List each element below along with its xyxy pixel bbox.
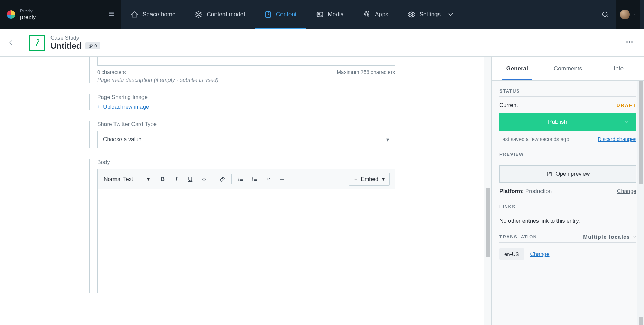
- rte-quote-button[interactable]: [262, 173, 275, 185]
- rte-code-button[interactable]: [198, 173, 210, 185]
- links-heading: LINKS: [499, 204, 636, 212]
- svg-point-12: [239, 178, 239, 178]
- rte-hr-button[interactable]: [276, 173, 288, 185]
- publish-button[interactable]: Publish: [499, 113, 616, 131]
- more-horizontal-icon: [625, 37, 634, 47]
- rte-editor-area[interactable]: [98, 189, 395, 293]
- nav-content-model[interactable]: Content model: [185, 0, 255, 29]
- svg-rect-4: [317, 12, 323, 17]
- space-name: prezly: [20, 14, 36, 21]
- nav-space-home[interactable]: Space home: [121, 0, 185, 29]
- char-count: 0 characters: [97, 69, 126, 75]
- field-sharing-image: Page Sharing Image + Upload new image: [89, 94, 395, 110]
- translation-heading: TRANSLATION Multiple locales: [499, 234, 636, 243]
- char-max: Maximum 256 characters: [337, 69, 395, 75]
- svg-point-13: [239, 179, 239, 180]
- more-actions-button[interactable]: [622, 35, 637, 51]
- nav-label: Content: [276, 11, 297, 18]
- editor-column: 0 characters Maximum 256 characters Page…: [0, 57, 492, 325]
- locale-change-link[interactable]: Change: [530, 251, 550, 257]
- nav-settings[interactable]: Settings: [398, 0, 464, 29]
- chevron-down-icon: [447, 11, 454, 18]
- caret-down-icon: ▾: [386, 136, 389, 143]
- rte-ol-button[interactable]: 123: [248, 173, 261, 185]
- back-button[interactable]: [0, 29, 21, 56]
- meta-description-input[interactable]: [97, 57, 395, 66]
- nav-apps[interactable]: Apps: [353, 0, 398, 29]
- svg-point-9: [626, 41, 628, 42]
- chevron-left-icon: [7, 39, 15, 47]
- rte-heading-select[interactable]: Normal Text ▾: [102, 173, 155, 185]
- plus-icon: +: [97, 104, 100, 110]
- caret-down-icon: [633, 235, 636, 239]
- brand-block[interactable]: Prezly prezly: [0, 0, 121, 29]
- nav-label: Media: [328, 11, 344, 18]
- separator: [231, 174, 232, 184]
- user-menu[interactable]: [616, 0, 640, 29]
- entry-title: Untitled: [50, 41, 81, 51]
- upload-image-link[interactable]: + Upload new image: [97, 104, 149, 110]
- field-label: Page Sharing Image: [97, 94, 395, 101]
- top-navbar: Prezly prezly Space home Content model C…: [0, 0, 644, 29]
- field-help: Page meta description (if empty - subtit…: [97, 77, 395, 83]
- org-name: Prezly: [20, 8, 36, 14]
- entry-type-icon: [29, 35, 45, 51]
- hamburger-icon[interactable]: [108, 10, 115, 19]
- last-saved-text: Last saved a few seconds ago: [499, 136, 569, 142]
- field-label: Share Twitter Card Type: [97, 121, 395, 127]
- field-twitter-card: Share Twitter Card Type Choose a value ▾: [89, 121, 395, 148]
- field-meta-description: 0 characters Maximum 256 characters Page…: [89, 57, 395, 83]
- nav-label: Apps: [375, 11, 388, 18]
- nav-content[interactable]: Content: [255, 0, 306, 29]
- rte-link-button[interactable]: [216, 173, 229, 185]
- tab-comments[interactable]: Comments: [543, 57, 594, 80]
- publish-dropdown[interactable]: [616, 113, 636, 131]
- status-current-label: Current: [499, 102, 518, 108]
- quote-icon: [265, 176, 272, 182]
- svg-text:3: 3: [252, 180, 253, 181]
- translation-heading-label: TRANSLATION: [499, 234, 537, 239]
- upload-label: Upload new image: [103, 104, 149, 110]
- editor-scrollbar[interactable]: [484, 57, 491, 325]
- caret-down-icon: ▾: [147, 176, 150, 182]
- tab-info[interactable]: Info: [593, 57, 644, 80]
- discard-changes-link[interactable]: Discard changes: [598, 136, 636, 142]
- search-icon: [601, 11, 609, 18]
- locale-pill: en-US: [499, 248, 524, 260]
- preview-heading: PREVIEW: [499, 152, 636, 160]
- scrollbar-thumb[interactable]: [486, 188, 490, 257]
- list-ol-icon: 123: [251, 176, 258, 182]
- rte-embed-button[interactable]: + Embed ▾: [349, 173, 390, 186]
- sidebar: General Comments Info STATUS Current DRA…: [492, 57, 644, 325]
- rte-bold-button[interactable]: B: [156, 173, 169, 185]
- caret-down-icon: [624, 120, 628, 124]
- code-icon: [201, 176, 207, 182]
- references-count: 0: [94, 43, 97, 48]
- sidebar-tabs: General Comments Info: [492, 57, 644, 81]
- references-pill[interactable]: 0: [85, 42, 100, 49]
- rte-toolbar: Normal Text ▾ B I U: [98, 169, 395, 189]
- svg-point-6: [411, 13, 413, 16]
- avatar: [620, 10, 630, 19]
- context-bar: Case Study Untitled 0: [0, 29, 644, 57]
- links-empty-text: No other entries link to this entry.: [499, 218, 636, 224]
- svg-point-5: [318, 13, 320, 15]
- nav-media[interactable]: Media: [306, 0, 353, 29]
- open-preview-button[interactable]: Open preview: [499, 165, 636, 183]
- status-heading: STATUS: [499, 88, 636, 97]
- svg-point-10: [629, 41, 630, 42]
- separator: [213, 174, 213, 184]
- locales-dropdown[interactable]: Multiple locales: [583, 234, 636, 240]
- svg-point-11: [631, 41, 633, 42]
- rte-ul-button[interactable]: [234, 173, 247, 185]
- rte-heading-value: Normal Text: [104, 176, 133, 182]
- rte-underline-button[interactable]: U: [184, 173, 196, 185]
- tab-general[interactable]: General: [492, 57, 543, 80]
- svg-line-8: [607, 16, 608, 18]
- nav-label: Space home: [142, 11, 175, 18]
- search-button[interactable]: [595, 0, 616, 29]
- twitter-card-select[interactable]: Choose a value ▾: [97, 131, 395, 148]
- platform-change-link[interactable]: Change: [617, 188, 636, 194]
- rte-italic-button[interactable]: I: [170, 173, 183, 185]
- nav-label: Settings: [420, 11, 441, 18]
